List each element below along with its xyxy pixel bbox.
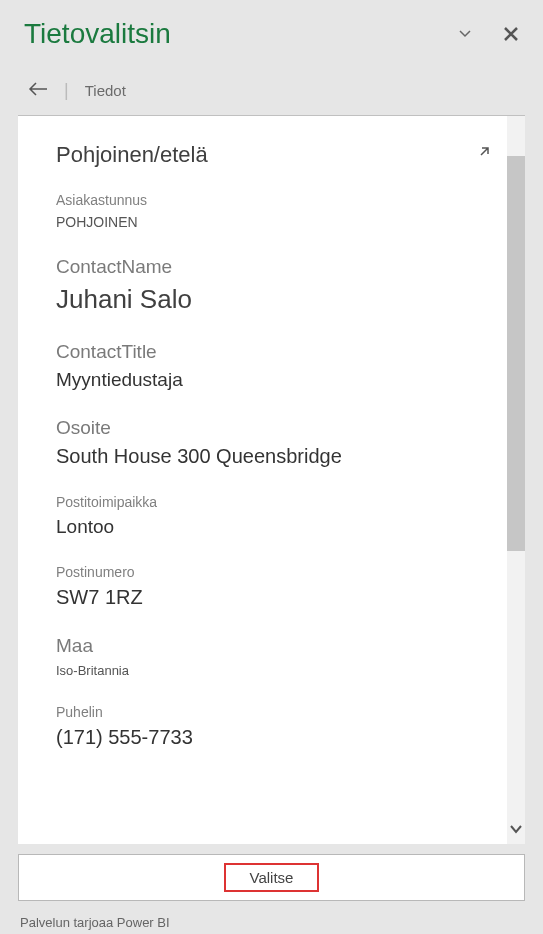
- card-body: Pohjoinen/etelä AsiakastunnusPOHJOINENCo…: [18, 116, 507, 844]
- record-title-row: Pohjoinen/etelä: [18, 134, 507, 192]
- field: Puhelin(171) 555-7733: [18, 704, 507, 775]
- field-label: Puhelin: [56, 704, 469, 720]
- field: PostinumeroSW7 1RZ: [18, 564, 507, 635]
- field-value: SW7 1RZ: [56, 586, 469, 609]
- field: PostitoimipaikkaLontoo: [18, 494, 507, 564]
- footer-text: Palvelun tarjoaa Power BI: [0, 909, 543, 934]
- field: OsoiteSouth House 300 Queensbridge: [18, 417, 507, 494]
- field-label: Osoite: [56, 417, 469, 439]
- close-icon[interactable]: [503, 26, 519, 42]
- expand-icon[interactable]: [477, 146, 489, 162]
- field: ContactTitleMyyntiedustaja: [18, 341, 507, 417]
- field-value: (171) 555-7733: [56, 726, 469, 749]
- back-arrow-icon[interactable]: [28, 82, 48, 99]
- field-value: POHJOINEN: [56, 214, 469, 230]
- record-card: Pohjoinen/etelä AsiakastunnusPOHJOINENCo…: [18, 115, 525, 844]
- field-label: ContactName: [56, 256, 469, 278]
- record-title: Pohjoinen/etelä: [56, 142, 208, 168]
- fields-list: AsiakastunnusPOHJOINENContactNameJuhani …: [18, 192, 507, 775]
- breadcrumb-label: Tiedot: [85, 82, 126, 99]
- panel-title: Tietovalitsin: [24, 18, 171, 50]
- field-value: Myyntiedustaja: [56, 369, 469, 391]
- content-area: Pohjoinen/etelä AsiakastunnusPOHJOINENCo…: [0, 115, 543, 844]
- field: AsiakastunnusPOHJOINEN: [18, 192, 507, 256]
- field-value: Juhani Salo: [56, 284, 469, 315]
- field-label: Postinumero: [56, 564, 469, 580]
- field-value: Lontoo: [56, 516, 469, 538]
- field-label: Asiakastunnus: [56, 192, 469, 208]
- field: ContactNameJuhani Salo: [18, 256, 507, 341]
- scrollbar-thumb[interactable]: [507, 156, 525, 551]
- field: MaaIso-Britannia: [18, 635, 507, 704]
- breadcrumb-divider: |: [64, 80, 69, 101]
- field-value: South House 300 Queensbridge: [56, 445, 469, 468]
- breadcrumb-bar: | Tiedot: [0, 62, 543, 115]
- button-row: Valitse: [0, 844, 543, 909]
- select-button-label: Valitse: [224, 863, 320, 892]
- dropdown-icon[interactable]: [459, 30, 471, 38]
- field-label: Postitoimipaikka: [56, 494, 469, 510]
- field-label: ContactTitle: [56, 341, 469, 363]
- header-actions: [459, 26, 519, 42]
- field-value: Iso-Britannia: [56, 663, 469, 678]
- select-button[interactable]: Valitse: [18, 854, 525, 901]
- field-label: Maa: [56, 635, 469, 657]
- data-selector-panel: Tietovalitsin | Tiedot Pohjoinen/etelä: [0, 0, 543, 934]
- chevron-down-icon[interactable]: [509, 820, 523, 838]
- panel-header: Tietovalitsin: [0, 0, 543, 62]
- scrollbar-track[interactable]: [507, 116, 525, 844]
